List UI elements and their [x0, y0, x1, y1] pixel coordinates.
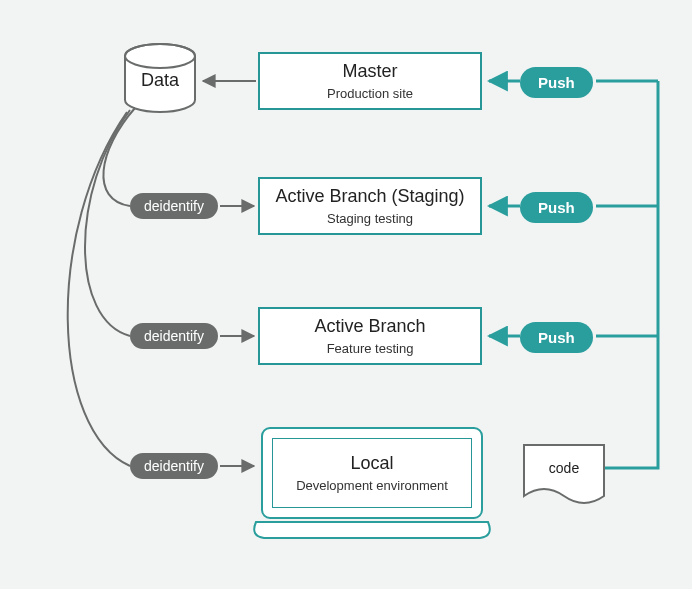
deidentify-pill-local: deidentify — [130, 453, 218, 479]
code-bus-vertical — [605, 81, 658, 468]
push-pill-feature: Push — [520, 322, 593, 353]
data-node-label: Data — [125, 70, 195, 91]
master-subtitle: Production site — [327, 86, 413, 101]
push-pill-master: Push — [520, 67, 593, 98]
push-pill-staging: Push — [520, 192, 593, 223]
local-title: Local — [350, 453, 393, 474]
master-title: Master — [342, 61, 397, 82]
staging-box: Active Branch (Staging) Staging testing — [258, 177, 482, 235]
curve-data-to-local-left — [68, 112, 130, 466]
local-subtitle: Development environment — [296, 478, 448, 493]
deidentify-pill-feature: deidentify — [130, 323, 218, 349]
master-box: Master Production site — [258, 52, 482, 110]
staging-title: Active Branch (Staging) — [275, 186, 464, 207]
code-doc-label: code — [534, 460, 594, 476]
staging-subtitle: Staging testing — [327, 211, 413, 226]
feature-box: Active Branch Feature testing — [258, 307, 482, 365]
feature-title: Active Branch — [314, 316, 425, 337]
local-box: Local Development environment — [272, 438, 472, 508]
deidentify-pill-staging: deidentify — [130, 193, 218, 219]
feature-subtitle: Feature testing — [327, 341, 414, 356]
